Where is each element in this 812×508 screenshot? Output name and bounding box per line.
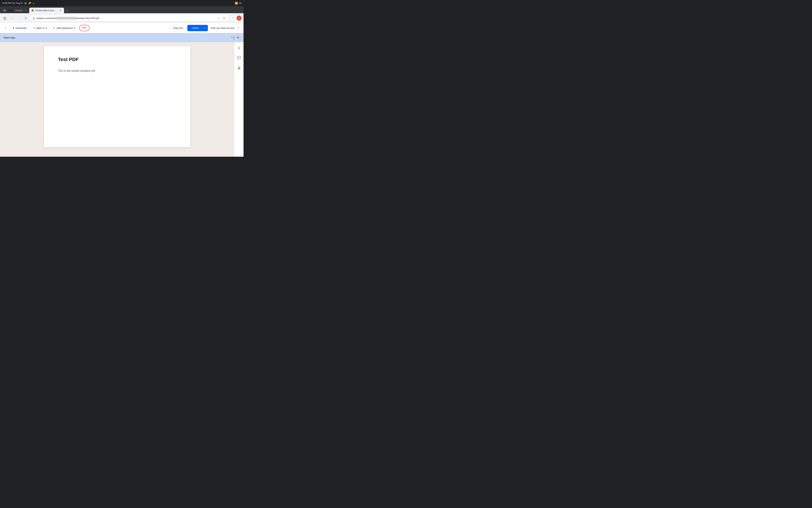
right-sidebar: ℹ 💬 🔒: [234, 42, 243, 157]
file-back-button[interactable]: ‹: [3, 25, 8, 31]
nav-bar: 🏠 ← → ↻ 🔒 dropbox.com/home/████████████/…: [0, 13, 243, 23]
titlebar-left: 10:06 PM Tue, Aug 22 📷 🔑 ⚠: [2, 2, 35, 4]
main-area: Test PDF This is the worlds simplest pdf…: [0, 42, 243, 157]
address-bar[interactable]: 🔒 dropbox.com/home/████████████/preview=…: [30, 15, 229, 21]
notification-icon-2: 🔑: [28, 2, 31, 4]
more-options-label: •••: [82, 26, 87, 30]
pdf-page: Test PDF This is the worlds simplest pdf: [44, 46, 190, 147]
back-button[interactable]: ←: [9, 15, 15, 21]
google-favicon: [31, 9, 34, 12]
info-icon: ℹ: [238, 46, 240, 50]
notification-icon-1: 📷: [24, 2, 27, 4]
help-button[interactable]: ?: [236, 26, 241, 31]
open-app-banner: Open App ←| ✕: [0, 33, 243, 42]
share-button[interactable]: ↑ Share: [187, 25, 202, 31]
add-signatures-label: Add signatures: [56, 27, 73, 30]
new-tab-button[interactable]: +: [65, 8, 69, 13]
permissions-sidebar-button[interactable]: 🔒: [236, 65, 242, 71]
share-dropdown-icon: ▾: [204, 27, 205, 29]
download-button[interactable]: ⬇ Download: [10, 25, 29, 31]
share-label: Share: [192, 27, 199, 30]
battery-indicator: 94: [239, 2, 241, 4]
browser-titlebar: 10:06 PM Tue, Aug 22 📷 🔑 ⚠ 📶 94: [0, 0, 243, 6]
pdf-viewer[interactable]: Test PDF This is the worlds simplest pdf: [0, 42, 234, 157]
tab-dropbox-label: ████ - Dropbox: [7, 9, 23, 12]
comment-icon: 💬: [237, 56, 241, 60]
comments-sidebar-button[interactable]: 💬: [236, 55, 242, 61]
permissions-icon: 🔒: [237, 66, 241, 70]
battery-level: 94: [239, 2, 241, 4]
share-chevron-button[interactable]: ▾: [202, 25, 208, 31]
banner-close-button[interactable]: ✕: [235, 35, 241, 40]
pdf-body-text: This is the worlds simplest pdf: [58, 69, 176, 73]
dropbox-toolbar: ‹ ⬇ Download ↗ Open in ▾ ✏ Add signature…: [0, 23, 243, 33]
tab-chrome-data[interactable]: Chrome data in your account ✕: [29, 8, 64, 13]
open-in-button[interactable]: ↗ Open in ▾: [30, 25, 49, 31]
tab-dropbox[interactable]: ■ ████ - Dropbox ✕: [1, 8, 29, 13]
dropbox-favicon: ■: [3, 9, 6, 12]
download-page-button[interactable]: ⬇: [222, 16, 227, 20]
extension-badge[interactable]: 2: [230, 16, 235, 20]
profile-button[interactable]: ●: [237, 16, 241, 20]
bookmark-button[interactable]: ☆: [216, 16, 221, 20]
address-text: dropbox.com/home/████████████/preview=Te…: [37, 17, 214, 19]
download-label: Download: [15, 27, 26, 30]
pdf-title: Test PDF: [58, 57, 176, 62]
notification-icon-3: ⚠: [33, 2, 35, 4]
tab-dropbox-close[interactable]: ✕: [25, 9, 27, 12]
banner-collapse-button[interactable]: ←|: [230, 35, 235, 40]
copy-link-label: Copy link: [173, 27, 183, 30]
tabs-bar: ■ ████ - Dropbox ✕ Chrome data in your a…: [0, 6, 243, 13]
tab-chrome-close[interactable]: ✕: [59, 9, 62, 12]
info-sidebar-button[interactable]: ℹ: [236, 45, 242, 51]
address-actions: ☆ ⬇: [216, 16, 227, 20]
download-icon: ⬇: [12, 27, 14, 30]
forward-button[interactable]: →: [16, 15, 21, 21]
reload-button[interactable]: ↻: [23, 15, 29, 21]
signatures-chevron-icon: ▾: [74, 27, 75, 30]
share-icon: ↑: [190, 27, 191, 30]
add-signatures-button[interactable]: ✏ Add signatures ▾: [51, 25, 78, 31]
wifi-icon: 📶: [235, 2, 238, 4]
time-display: 10:06 PM Tue, Aug 22: [2, 2, 23, 4]
signatures-icon: ✏: [53, 27, 55, 30]
help-icon: ?: [238, 27, 239, 30]
open-in-icon: ↗: [33, 27, 35, 30]
open-in-chevron-icon: ▾: [46, 27, 47, 30]
access-text: Only you have access: [211, 27, 235, 30]
tab-chrome-data-label: Chrome data in your account: [35, 9, 58, 12]
lock-icon: 🔒: [32, 17, 35, 19]
open-app-text: Open App: [3, 36, 230, 39]
titlebar-right: 📶 94: [235, 2, 241, 4]
more-options-button[interactable]: •••: [79, 25, 90, 31]
copy-link-button[interactable]: Copy link: [170, 25, 186, 31]
open-in-label: Open in: [36, 27, 45, 30]
home-button[interactable]: 🏠: [2, 15, 8, 21]
share-group: ↑ Share ▾: [187, 25, 208, 31]
